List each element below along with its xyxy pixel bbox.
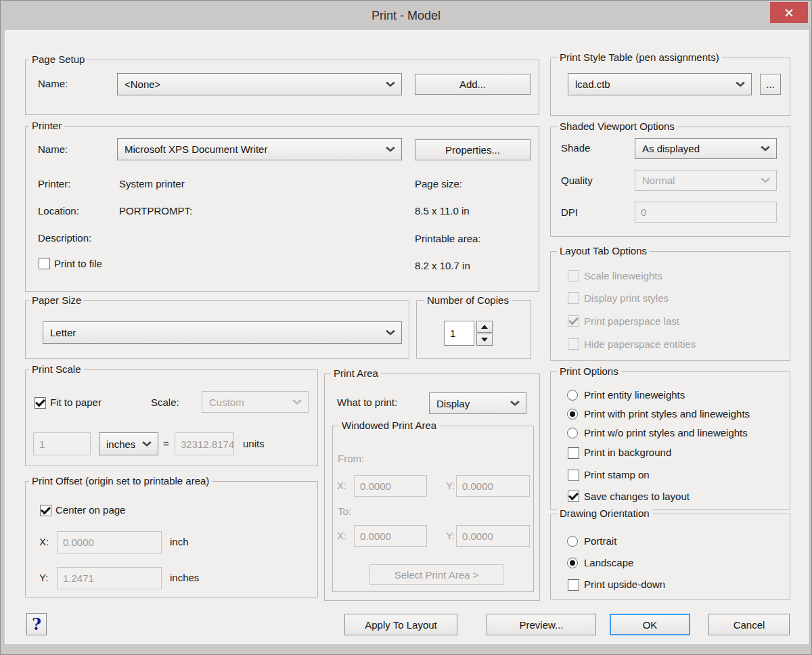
copies-increment-button[interactable] — [476, 321, 493, 333]
offset-x-label: X: — [39, 536, 49, 548]
apply-to-layout-button[interactable]: Apply To Layout — [344, 614, 457, 635]
quality-select: Normal — [635, 170, 777, 191]
print-upside-down-label: Print upside-down — [584, 579, 665, 591]
print-entity-lineweights-label: Print entity lineweights — [584, 389, 685, 401]
landscape-radio[interactable] — [567, 558, 578, 568]
print-to-file-label: Print to file — [54, 258, 102, 270]
print-in-background-checkbox[interactable] — [568, 447, 579, 459]
dpi-label: DPI — [561, 206, 578, 219]
what-to-print-label: What to print: — [337, 397, 397, 409]
print-with-styles-radio[interactable] — [567, 409, 578, 420]
to-y-label: Y: — [446, 530, 455, 542]
properties-button[interactable]: Properties... — [415, 139, 531, 160]
copies-decrement-button[interactable] — [476, 334, 493, 346]
from-label: From: — [338, 453, 364, 465]
print-paperspace-last-checkbox — [568, 315, 579, 327]
display-print-styles-label: Display print styles — [584, 292, 669, 304]
windowed-print-area-title: Windowed Print Area — [339, 420, 439, 432]
chevron-down-icon — [510, 401, 520, 406]
page-size-value: 8.5 x 11.0 in — [415, 205, 470, 217]
paper-size-title: Paper Size — [29, 294, 84, 307]
fit-to-paper-checkbox[interactable] — [35, 397, 46, 409]
chevron-down-icon — [761, 178, 770, 183]
page-size-label: Page size: — [415, 178, 462, 190]
from-x-label: X: — [337, 480, 346, 492]
to-label: To: — [338, 505, 351, 518]
offset-y-label: Y: — [39, 572, 48, 584]
preview-button[interactable]: Preview... — [487, 614, 596, 635]
offset-y-unit: inches — [170, 572, 199, 584]
shade-select[interactable]: As displayed — [635, 138, 777, 159]
from-y-input: 0.0000 — [456, 475, 530, 497]
ok-button[interactable]: OK — [610, 614, 690, 635]
print-options-title: Print Options — [557, 365, 621, 378]
scale-lineweights-checkbox — [568, 270, 579, 281]
landscape-label: Landscape — [584, 557, 633, 569]
printable-area-value: 8.2 x 10.7 in — [415, 260, 470, 272]
scale-label: Scale: — [151, 397, 179, 409]
offset-x-unit: inch — [170, 536, 189, 548]
to-x-input: 0.0000 — [354, 525, 427, 547]
scale-lineweights-label: Scale lineweights — [584, 270, 662, 282]
print-style-browse-button[interactable]: ... — [760, 74, 781, 95]
from-y-label: Y: — [446, 480, 455, 492]
page-setup-title: Page Setup — [29, 53, 87, 66]
chevron-down-icon — [386, 82, 395, 87]
portrait-label: Portrait — [584, 535, 616, 547]
printable-area-label: Printable area: — [415, 233, 481, 245]
scale-unit-select[interactable]: inches — [99, 432, 158, 455]
dialog-title: Print - Model — [371, 9, 441, 23]
spin-down-icon — [481, 338, 488, 342]
printer-title: Printer — [29, 120, 64, 132]
hide-paperspace-entities-label: Hide paperspace entities — [584, 338, 696, 351]
page-setup-name-label: Name: — [38, 78, 68, 90]
close-icon — [784, 8, 794, 18]
scale-units-input: 32312.8174 — [175, 432, 234, 455]
print-scale-title: Print Scale — [29, 363, 84, 376]
printer-label: Printer: — [38, 178, 70, 190]
center-on-page-checkbox[interactable] — [40, 505, 51, 516]
cancel-button[interactable]: Cancel — [708, 614, 790, 635]
scale-select: Custom — [202, 391, 309, 413]
portrait-radio[interactable] — [567, 536, 578, 547]
from-x-input: 0.0000 — [354, 475, 427, 497]
printer-name-select[interactable]: Microsoft XPS Document Writer — [117, 138, 402, 160]
save-changes-checkbox[interactable] — [568, 491, 579, 502]
print-wo-styles-radio[interactable] — [567, 428, 578, 438]
scale-factor-input: 1 — [33, 432, 91, 455]
print-stamp-on-label: Print stamp on — [584, 469, 650, 481]
printer-name-label: Name: — [38, 143, 68, 156]
title-bar: Print - Model — [1, 1, 811, 30]
help-button[interactable]: ? — [26, 613, 47, 635]
print-dialog: Print - Model Page Setup Name: <None> Ad… — [0, 0, 812, 655]
layout-tab-title: Layout Tab Options — [557, 245, 650, 257]
chevron-down-icon — [292, 399, 302, 405]
location-label: Location: — [38, 205, 79, 217]
copies-input[interactable]: 1 — [444, 321, 474, 346]
chevron-down-icon — [761, 146, 770, 152]
print-stamp-on-checkbox[interactable] — [568, 470, 579, 481]
to-y-input: 0.0000 — [456, 525, 530, 547]
equals-label: = — [163, 438, 169, 450]
print-upside-down-checkbox[interactable] — [568, 579, 579, 591]
print-to-file-checkbox[interactable] — [39, 258, 50, 269]
paper-size-select[interactable]: Letter — [43, 321, 402, 344]
select-print-area-button: Select Print Area > — [369, 564, 503, 585]
print-paperspace-last-label: Print paperspace last — [584, 315, 679, 328]
print-style-table-title: Print Style Table (pen assignments) — [557, 51, 722, 64]
shade-label: Shade — [561, 142, 590, 154]
print-entity-lineweights-radio[interactable] — [567, 390, 578, 401]
units-label: units — [243, 438, 265, 450]
printer-value: System printer — [119, 178, 185, 190]
dpi-input: 0 — [635, 202, 777, 223]
add-button[interactable]: Add... — [415, 74, 531, 95]
save-changes-label: Save changes to layout — [584, 491, 690, 503]
copies-title: Number of Copies — [424, 294, 512, 307]
display-print-styles-checkbox — [568, 292, 579, 304]
page-setup-name-select[interactable]: <None> — [117, 73, 402, 95]
chevron-down-icon — [736, 82, 745, 87]
print-style-table-select[interactable]: lcad.ctb — [568, 73, 752, 95]
what-to-print-select[interactable]: Display — [429, 392, 526, 414]
close-button[interactable] — [770, 2, 808, 23]
center-on-page-label: Center on page — [55, 504, 125, 516]
